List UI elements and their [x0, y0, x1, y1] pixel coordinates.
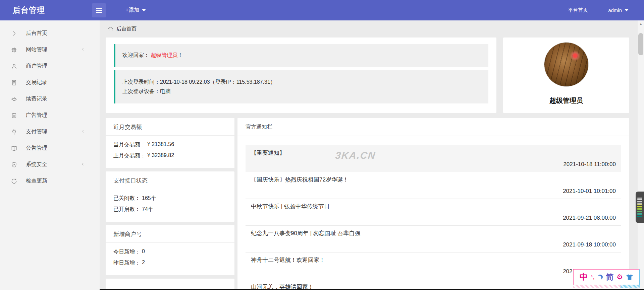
sidebar-item-renewal-records[interactable]: 续费记录: [0, 91, 100, 107]
equalizer-bar: [637, 199, 642, 200]
username-label: admin: [608, 7, 622, 13]
add-button[interactable]: +添加: [125, 7, 146, 14]
breadcrumb: 后台首页: [100, 20, 644, 38]
notepad-icon: [10, 112, 17, 119]
scrollbar-thumb[interactable]: [638, 33, 643, 55]
gear-icon: [10, 46, 17, 53]
chevron-left-icon: [80, 162, 85, 168]
profile-card: 超级管理员: [503, 38, 629, 113]
stat-line: 今日新增： 0: [113, 248, 227, 256]
avatar[interactable]: [544, 42, 589, 87]
vertical-scrollbar[interactable]: ▲: [638, 20, 644, 290]
top-navbar: 后台管理 +添加 平台首页 admin: [0, 0, 644, 20]
chevron-right-icon: [10, 30, 17, 37]
sidebar-item-check-update[interactable]: 检查更新: [0, 173, 100, 189]
welcome-suffix: ！: [177, 52, 183, 58]
ime-simplified-label[interactable]: 简: [606, 272, 613, 282]
shield-check-icon: [10, 161, 17, 168]
ime-extension-badge[interactable]: 中 °, 简 ⚙: [573, 269, 640, 288]
clipped-card: [106, 279, 234, 290]
stat-label: 昨日新增：: [113, 260, 140, 267]
equalizer-bar: [637, 209, 642, 210]
scroll-up-button[interactable]: ▲: [638, 20, 644, 27]
notice-title: 中秋节快乐 | 弘扬中华传统节日: [251, 203, 616, 210]
sidebar-item-payment-management[interactable]: 支付管理: [0, 124, 100, 140]
sidebar-item-label: 交易记录: [26, 79, 47, 86]
sidebar-item-ad-management[interactable]: 广告管理: [0, 107, 100, 124]
stat-label: 今日新增：: [113, 248, 140, 256]
stat-label: 已关闭数：: [113, 195, 140, 202]
sidebar-item-label: 续费记录: [26, 95, 47, 102]
moon-icon[interactable]: [598, 275, 603, 280]
stat-line: 上月交易额： ¥ 32389.82: [113, 152, 227, 159]
refresh-icon: [10, 177, 17, 185]
add-button-label: +添加: [125, 7, 139, 14]
equalizer-bar: [637, 204, 642, 205]
notice-title: 〔国庆快乐〕热烈庆祝祖国72岁华诞！: [251, 176, 616, 184]
navbar-right: 平台首页 admin: [568, 7, 644, 13]
sidebar-item-system-security[interactable]: 系统安全: [0, 156, 100, 173]
profile-name: 超级管理员: [549, 96, 583, 105]
equalizer-bar: [637, 216, 642, 217]
content-area: 欢迎回家： 超级管理员！ 上次登录时间：2021-10-18 09:22:03（…: [106, 38, 629, 290]
sidebar-item-announcement-management[interactable]: 公告管理: [0, 140, 100, 156]
card-title: 近月交易额: [106, 118, 234, 136]
equalizer-widget[interactable]: [636, 192, 644, 223]
app-title: 后台管理: [0, 5, 88, 15]
notice-row[interactable]: 中秋节快乐 | 弘扬中华传统节日 2021-09-21 08:00:00: [246, 199, 621, 226]
user-menu[interactable]: admin: [608, 7, 629, 13]
equalizer-bar: [637, 211, 642, 212]
notice-date: 2021-09-21 08:00:00: [563, 215, 616, 221]
last-login-alert: 上次登录时间：2021-10-18 09:22:03（登录IP：115.53.1…: [114, 70, 488, 103]
stat-line: 昨日新增： 2: [113, 260, 227, 267]
sidebar-item-transaction-records[interactable]: 交易记录: [0, 74, 100, 91]
welcome-alert: 欢迎回家： 超级管理员！: [114, 44, 488, 67]
stat-value: 74个: [142, 206, 153, 213]
stat-value: 2: [142, 260, 145, 267]
sidebar-item-dashboard[interactable]: 后台首页: [0, 25, 100, 42]
notice-row[interactable]: 神舟十二号返航！欢迎回家！ 2021-09-17 10:00:00: [246, 252, 621, 279]
document-icon: [10, 79, 17, 86]
equalizer-bar: [637, 214, 642, 215]
notice-date: 2021-10-18 11:00:00: [563, 161, 616, 168]
new-merchants-card: 新增商户号 今日新增： 0 昨日新增： 2: [106, 225, 234, 275]
chevron-left-icon: [80, 129, 85, 135]
notice-row[interactable]: 山河无恙，英雄请回家！: [246, 279, 621, 290]
gear-icon[interactable]: ⚙: [616, 273, 623, 281]
equalizer-bar: [637, 201, 642, 202]
card-title: 支付接口状态: [106, 171, 234, 189]
sidebar-item-label: 支付管理: [26, 128, 47, 135]
stat-line: 已关闭数： 165个: [113, 195, 227, 202]
notice-date: 2021-10-01 10:01:00: [563, 188, 616, 195]
notice-title: 纪念九一八事变90周年 | 勿忘国耻 吾辈自强: [251, 229, 616, 237]
last-login-time: 上次登录时间：2021-10-18 09:22:03（登录IP：115.53.1…: [122, 77, 481, 87]
shirt-icon[interactable]: [626, 274, 633, 280]
notice-date: 2021-09-18 10:00:00: [563, 241, 616, 248]
ime-punctuation-label[interactable]: °,: [591, 274, 595, 280]
stat-line: 当月交易额： ¥ 21381.56: [113, 141, 227, 148]
stat-label: 已开启数：: [113, 206, 140, 213]
notice-row[interactable]: 〔国庆快乐〕热烈庆祝祖国72岁华诞！ 2021-10-01 10:01:00: [246, 172, 621, 199]
chevron-down-icon: [142, 9, 146, 11]
card-title: 新增商户号: [106, 225, 234, 243]
sidebar-item-site-management[interactable]: 网站管理: [0, 42, 100, 58]
last-login-device: 上次登录设备：电脑: [122, 87, 481, 96]
ime-chinese-mode-label[interactable]: 中: [580, 272, 588, 282]
equalizer-bar: [637, 198, 642, 199]
sidebar-toggle-button[interactable]: [92, 3, 106, 17]
plug-icon: [10, 128, 17, 135]
welcome-prefix: 欢迎回家：: [122, 52, 149, 58]
main-area: 后台首页 欢迎回家： 超级管理员！ 上次登录时间：2021-10-18 09:2…: [100, 20, 644, 290]
sidebar-item-merchant-management[interactable]: 商户管理: [0, 58, 100, 74]
sidebar-item-label: 商户管理: [26, 63, 47, 70]
handshake-icon: [10, 95, 17, 102]
notice-row[interactable]: 纪念九一八事变90周年 | 勿忘国耻 吾辈自强 2021-09-18 10:00…: [246, 226, 621, 252]
admin-dashboard: 后台管理 +添加 平台首页 admin 后台首页 网站管理: [0, 0, 644, 290]
platform-home-link[interactable]: 平台首页: [568, 7, 588, 13]
breadcrumb-home-link[interactable]: 后台首页: [116, 26, 137, 32]
equalizer-bar: [637, 206, 642, 207]
stats-column: 近月交易额 当月交易额： ¥ 21381.56 上月交易额： ¥ 32389.8…: [106, 118, 234, 290]
sidebar-item-label: 广告管理: [26, 112, 47, 119]
notice-row[interactable]: 【重要通知】 3KA.CN 2021-10-18 11:00:00: [246, 145, 621, 172]
notice-board-title: 官方通知栏: [237, 118, 629, 136]
